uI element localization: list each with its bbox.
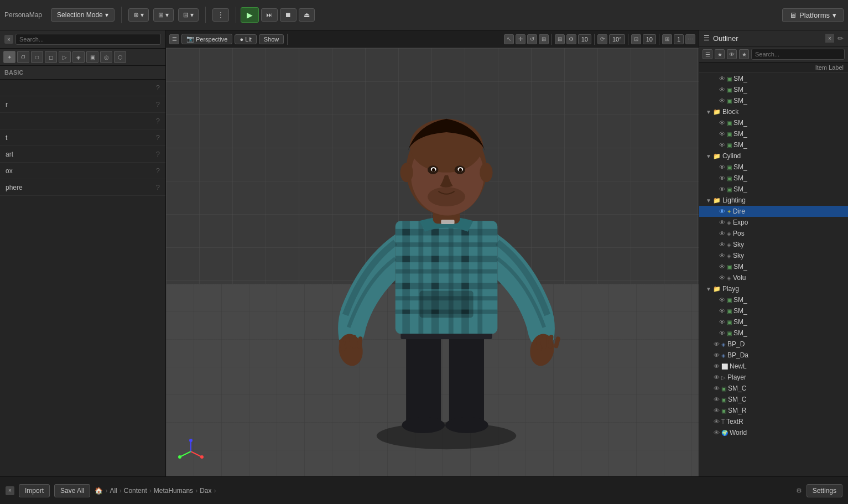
filter-tab-shapes[interactable]: ▷ [59, 51, 71, 63]
help-icon[interactable]: ? [156, 133, 160, 142]
filter-tab-geometry[interactable]: □ [31, 51, 43, 63]
list-item[interactable]: 👁 T TextR [699, 416, 848, 427]
list-item[interactable]: 👁 ▣ SM_ [699, 184, 848, 195]
visibility-icon[interactable]: 👁 [719, 142, 725, 148]
rotate-tool-button[interactable]: ↺ [527, 34, 537, 44]
home-icon[interactable]: 🏠 [95, 487, 103, 495]
filter-tab-light[interactable]: ◻ [45, 51, 57, 63]
visibility-icon[interactable]: 👁 [719, 164, 725, 170]
visibility-icon[interactable]: 👁 [719, 75, 725, 82]
list-item[interactable]: 👁 ▣ SM_ [699, 294, 848, 305]
collapse-icon[interactable]: ▼ [706, 109, 711, 115]
list-item[interactable]: 👁 ⬜ NewL [699, 361, 848, 372]
visibility-icon[interactable]: 👁 [719, 241, 725, 248]
panel-item[interactable]: ? [0, 80, 165, 96]
list-item[interactable]: 👁 ▣ SM_ [699, 128, 848, 139]
bottom-close-button[interactable]: × [6, 486, 14, 495]
visibility-icon[interactable]: 👁 [719, 308, 725, 314]
scale-tool-button[interactable]: ⊞ [539, 34, 549, 44]
eye-all-button[interactable]: 👁 [727, 49, 737, 59]
list-item[interactable]: 👁 ▣ SM_ [699, 84, 848, 95]
filter-button[interactable]: ☰ [703, 49, 712, 59]
visibility-icon[interactable]: 👁 [719, 219, 725, 226]
show-button[interactable]: Show [259, 34, 284, 44]
list-item[interactable]: 👁 ▣ SM_ [699, 261, 848, 272]
more-options-button[interactable]: ⋮ [212, 8, 229, 22]
grid-settings-button[interactable]: ⚙ [566, 34, 576, 44]
platforms-button[interactable]: 🖥 Platforms ▾ [782, 8, 844, 22]
visibility-icon[interactable]: 👁 [719, 330, 725, 336]
visibility-icon[interactable]: 👁 [714, 396, 720, 403]
viewport[interactable]: ☰ 📷 Perspective ● Lit Show ↖ ✛ ↺ ⊞ ⊞ ⚙ [166, 30, 699, 476]
visibility-icon[interactable]: 👁 [714, 363, 720, 370]
panel-item[interactable]: t ? [0, 129, 165, 146]
list-item[interactable]: 👁 ▣ SM_ [699, 73, 848, 84]
collapse-icon[interactable]: ▼ [706, 153, 711, 159]
list-item[interactable]: 👁 🌍 World [699, 427, 848, 438]
help-icon[interactable]: ? [156, 167, 160, 175]
panel-item[interactable]: r ? [0, 96, 165, 113]
visibility-icon[interactable]: 👁 [719, 175, 725, 181]
list-item[interactable]: 👁 ◈ Expo [699, 217, 848, 228]
list-item[interactable]: 👁 ▣ SM_ [699, 117, 848, 128]
save-all-button[interactable]: Save All [54, 484, 90, 497]
list-item[interactable]: 👁 ▣ SM_C [699, 394, 848, 405]
stop-button[interactable]: ⏹ [280, 8, 296, 22]
filter-tab-recent[interactable]: ⏱ [17, 51, 29, 63]
edit-icon[interactable]: ✏ [837, 34, 844, 43]
visibility-icon[interactable]: 👁 [719, 263, 725, 270]
panel-item[interactable]: art ? [0, 146, 165, 163]
help-icon[interactable]: ? [156, 84, 160, 92]
breadcrumb-dax[interactable]: Dax [200, 487, 211, 495]
add-actor-button[interactable]: ⊕ ▾ [128, 8, 149, 22]
breadcrumb-metahumans[interactable]: MetaHumans [154, 487, 193, 495]
collapse-icon[interactable]: ▼ [706, 198, 711, 204]
list-item[interactable]: 👁 ◈ Pos [699, 228, 848, 239]
settings-button[interactable]: Settings [807, 484, 842, 497]
list-item[interactable]: 👁 ◈ BP_Da [699, 350, 848, 361]
step-button[interactable]: ⏭ [261, 8, 278, 22]
import-button[interactable]: Import [19, 484, 50, 497]
select-tool-button[interactable]: ↖ [504, 34, 514, 44]
help-icon[interactable]: ? [156, 183, 160, 191]
panel-item[interactable]: ? [0, 113, 165, 129]
help-icon[interactable]: ? [156, 150, 160, 158]
list-item[interactable]: 👁 ▣ SM_ [699, 139, 848, 150]
outliner-search-input[interactable] [751, 49, 845, 60]
visibility-icon[interactable]: 👁 [714, 341, 720, 347]
play-button[interactable]: ▶ [241, 7, 259, 23]
visibility-icon[interactable]: 👁 [719, 131, 725, 137]
list-item[interactable]: 👁 ▣ SM_R [699, 405, 848, 416]
filter-tab-ui[interactable]: ▣ [86, 51, 98, 63]
breadcrumb-content[interactable]: Content [124, 487, 147, 495]
left-panel-search-input[interactable] [15, 34, 161, 45]
move-tool-button[interactable]: ✛ [516, 34, 526, 44]
list-item[interactable]: 👁 ▣ SM_ [699, 162, 848, 173]
snap-button[interactable]: ⊞ ▾ [153, 8, 174, 22]
list-item[interactable]: 👁 ▣ SM_C [699, 383, 848, 394]
filter-tab-volumes[interactable]: ⬡ [114, 51, 126, 63]
more-view-button[interactable]: ⋯ [685, 34, 695, 44]
list-item[interactable]: 👁 ▣ SM_ [699, 173, 848, 184]
settings-icon[interactable]: ⚙ [796, 487, 802, 495]
visibility-icon[interactable]: 👁 [714, 352, 720, 358]
list-item[interactable]: 👁 ▣ SM_ [699, 305, 848, 316]
visibility-icon[interactable]: 👁 [719, 230, 725, 237]
scale-snap-button[interactable]: ⊡ [631, 34, 641, 44]
visibility-icon[interactable]: 👁 [714, 385, 720, 392]
panel-item[interactable]: phere ? [0, 179, 165, 196]
visibility-icon[interactable]: 👁 [719, 252, 725, 259]
list-item[interactable]: 👁 ▷ Player [699, 372, 848, 383]
visibility-icon[interactable]: 👁 [719, 274, 725, 281]
filter-tab-effects[interactable]: ◎ [100, 51, 112, 63]
list-item-folder[interactable]: ▼ 📁 Lighting [699, 195, 848, 206]
rotation-snap-button[interactable]: ⟳ [597, 34, 607, 44]
visibility-icon[interactable]: 👁 [719, 297, 725, 303]
visibility-icon[interactable]: 👁 [719, 97, 725, 104]
breadcrumb-all[interactable]: All [110, 487, 117, 495]
visibility-icon[interactable]: 👁 [714, 429, 720, 436]
list-item[interactable]: 👁 ◈ Sky [699, 250, 848, 261]
visibility-icon[interactable]: 👁 [719, 119, 725, 126]
perspective-button[interactable]: 📷 Perspective [181, 34, 232, 44]
visibility-icon[interactable]: 👁 [714, 407, 720, 414]
